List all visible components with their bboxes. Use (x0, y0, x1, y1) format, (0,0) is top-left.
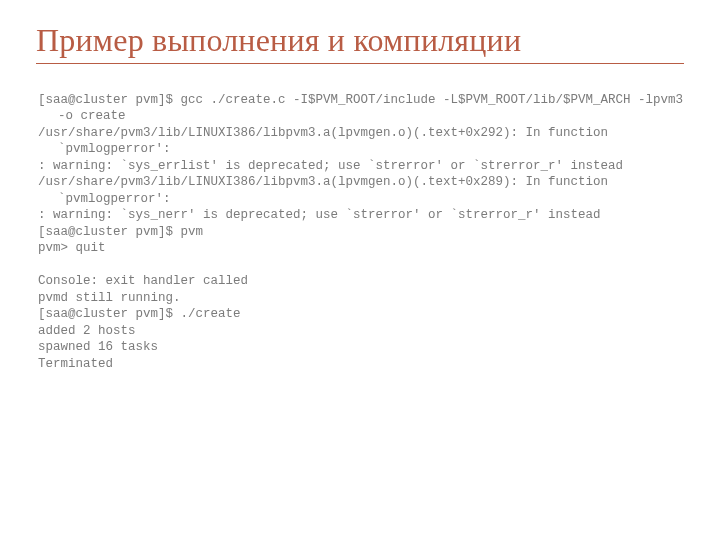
terminal-line: /usr/share/pvm3/lib/LINUXI386/libpvm3.a(… (38, 174, 684, 207)
terminal-line: [saa@cluster pvm]$ ./create (38, 306, 684, 323)
terminal-line: [saa@cluster pvm]$ gcc ./create.c -I$PVM… (38, 92, 684, 125)
slide: Пример выполнения и компиляции [saa@clus… (0, 0, 720, 540)
page-title: Пример выполнения и компиляции (36, 22, 684, 59)
terminal-output: [saa@cluster pvm]$ gcc ./create.c -I$PVM… (36, 92, 684, 373)
terminal-line: Console: exit handler called (38, 273, 684, 290)
terminal-line: [saa@cluster pvm]$ pvm (38, 224, 684, 241)
terminal-line: pvm> quit (38, 240, 684, 257)
terminal-line: added 2 hosts (38, 323, 684, 340)
terminal-line: pvmd still running. (38, 290, 684, 307)
terminal-line: : warning: `sys_nerr' is deprecated; use… (38, 207, 684, 224)
title-underline (36, 63, 684, 64)
terminal-line: /usr/share/pvm3/lib/LINUXI386/libpvm3.a(… (38, 125, 684, 158)
terminal-line (38, 257, 684, 274)
terminal-line: spawned 16 tasks (38, 339, 684, 356)
terminal-line: Terminated (38, 356, 684, 373)
terminal-line: : warning: `sys_errlist' is deprecated; … (38, 158, 684, 175)
